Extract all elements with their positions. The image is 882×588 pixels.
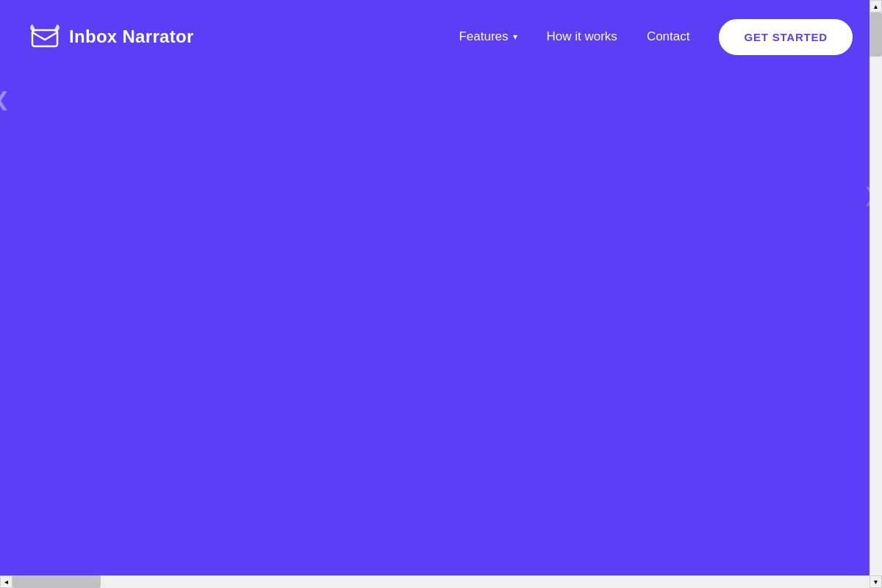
page-wrapper: Inbox Narrator Features ▾ How it works C… [0, 0, 882, 588]
nav-contact[interactable]: Contact [647, 29, 690, 44]
horizontal-scrollbar[interactable]: ◂ ▸ [0, 576, 882, 588]
scrollbar-track [12, 576, 870, 588]
scrollbar-right-track [870, 12, 882, 576]
nav-links: Features ▾ How it works Contact GET STAR… [459, 19, 853, 55]
brand-name: Inbox Narrator [69, 26, 194, 47]
brand-logo-icon [29, 21, 60, 52]
chevron-down-icon: ▾ [513, 32, 517, 42]
scroll-down-button[interactable]: ▾ [870, 576, 882, 588]
contact-label: Contact [647, 29, 690, 44]
how-it-works-label: How it works [547, 29, 617, 44]
scroll-left-button[interactable]: ◂ [0, 576, 12, 588]
scrollbar-thumb[interactable] [12, 576, 101, 588]
get-started-button[interactable]: GET STARTED [719, 19, 853, 55]
brand-logo-area[interactable]: Inbox Narrator [29, 21, 194, 52]
nav-how-it-works[interactable]: How it works [547, 29, 617, 44]
deco-left-arrow: ❮ [0, 88, 16, 110]
features-label: Features [459, 29, 508, 44]
vertical-scrollbar[interactable]: ▴ ▾ [870, 0, 882, 588]
navbar: Inbox Narrator Features ▾ How it works C… [0, 0, 882, 74]
hero-section [0, 74, 882, 588]
svg-rect-0 [32, 30, 57, 46]
nav-features[interactable]: Features ▾ [459, 29, 517, 44]
